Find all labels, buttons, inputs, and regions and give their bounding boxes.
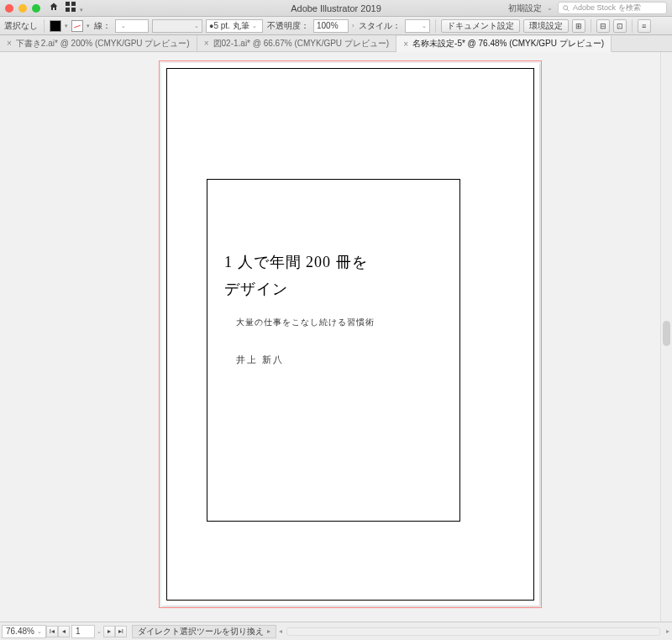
opacity-input[interactable]: 100% bbox=[313, 19, 349, 33]
transform-y-icon[interactable]: ⊡ bbox=[613, 19, 627, 33]
arrange-documents-icon[interactable]: ▾ bbox=[66, 2, 83, 14]
tab-label: 名称未設定-5* @ 76.48% (CMYK/GPU プレビュー) bbox=[412, 38, 604, 50]
preferences-button[interactable]: 環境設定 bbox=[523, 19, 569, 33]
tab-label: 図02-1.ai* @ 66.67% (CMYK/GPU プレビュー) bbox=[213, 38, 390, 50]
brush-definition[interactable]: ● 5 pt. 丸筆⌄ bbox=[206, 19, 263, 33]
stock-search-input[interactable]: Adobe Stock を検索 bbox=[558, 2, 667, 14]
artwork-author[interactable]: 井上 新八 bbox=[236, 354, 443, 366]
prev-artboard-button[interactable]: ◂ bbox=[58, 626, 70, 637]
workspace-label[interactable]: 初期設定 bbox=[508, 3, 542, 14]
separator bbox=[435, 19, 436, 33]
close-tab-icon[interactable]: × bbox=[403, 39, 408, 49]
zoom-level[interactable]: 76.48%⌄ bbox=[2, 625, 46, 638]
artboard-number[interactable]: 1 bbox=[71, 625, 95, 638]
scrollbar-thumb[interactable] bbox=[663, 321, 670, 346]
separator bbox=[632, 19, 633, 33]
status-bar: 76.48%⌄ I◂ ◂ 1 ⌄ ▸ ▸I ダイレクト選択ツールを切り換え▸ ◂… bbox=[0, 622, 672, 640]
opacity-label: 不透明度： bbox=[266, 19, 310, 33]
artwork-subtitle[interactable]: 大量の仕事をこなし続ける習慣術 bbox=[236, 317, 443, 328]
document-setup-button[interactable]: ドキュメント設定 bbox=[441, 19, 520, 33]
scroll-left-icon[interactable]: ◂ bbox=[276, 627, 285, 635]
horizontal-scrollbar[interactable] bbox=[286, 627, 660, 636]
svg-rect-3 bbox=[71, 8, 76, 12]
close-tab-icon[interactable]: × bbox=[204, 39, 209, 48]
artwork-title-line1[interactable]: 1 人で年間 200 冊を bbox=[224, 249, 443, 275]
svg-line-5 bbox=[567, 9, 569, 11]
artwork-title-line2[interactable]: デザイン bbox=[224, 275, 443, 302]
stroke-label: 線： bbox=[93, 19, 112, 33]
stroke-swatch[interactable] bbox=[71, 20, 83, 32]
separator bbox=[44, 19, 45, 33]
close-tab-icon[interactable]: × bbox=[7, 39, 12, 48]
variable-width-profile[interactable]: ⌄ bbox=[152, 19, 202, 33]
window-controls bbox=[5, 4, 40, 13]
vertical-scrollbar[interactable] bbox=[660, 52, 672, 622]
maximize-window-button[interactable] bbox=[32, 4, 40, 13]
scroll-right-icon[interactable]: ▸ bbox=[664, 627, 672, 635]
svg-rect-2 bbox=[66, 8, 70, 12]
graphic-style[interactable]: ⌄ bbox=[405, 19, 430, 33]
separator bbox=[591, 19, 591, 33]
svg-point-4 bbox=[564, 5, 568, 9]
close-window-button[interactable] bbox=[5, 4, 13, 13]
chevron-down-icon[interactable]: ⌄ bbox=[547, 4, 553, 12]
more-options-icon[interactable]: ≡ bbox=[638, 19, 651, 33]
align-panel-icon[interactable]: ⊞ bbox=[572, 19, 585, 33]
svg-rect-0 bbox=[66, 2, 70, 6]
document-tab[interactable]: × 名称未設定-5* @ 76.48% (CMYK/GPU プレビュー) bbox=[396, 36, 612, 52]
search-icon bbox=[562, 4, 570, 13]
document-tab[interactable]: × 図02-1.ai* @ 66.67% (CMYK/GPU プレビュー) bbox=[197, 35, 397, 51]
document-tabs: × 下書き2.ai* @ 200% (CMYK/GPU プレビュー) × 図02… bbox=[0, 35, 672, 52]
tool-hint: ダイレクト選択ツールを切り換え▸ bbox=[132, 625, 276, 638]
next-artboard-button[interactable]: ▸ bbox=[103, 626, 115, 637]
minimize-window-button[interactable] bbox=[18, 4, 27, 13]
tab-label: 下書き2.ai* @ 200% (CMYK/GPU プレビュー) bbox=[16, 38, 190, 50]
titlebar: ▾ Adobe Illustrator 2019 初期設定 ⌄ Adobe St… bbox=[0, 0, 672, 17]
svg-rect-1 bbox=[71, 2, 76, 6]
stroke-weight-input[interactable]: ⌄ bbox=[115, 19, 149, 33]
artboard[interactable]: 1 人で年間 200 冊を デザイン 大量の仕事をこなし続ける習慣術 井上 新八 bbox=[161, 63, 539, 606]
control-bar: 選択なし ▾ ▾ 線： ⌄ ⌄ ● 5 pt. 丸筆⌄ 不透明度： 100% ›… bbox=[0, 17, 672, 35]
transform-x-icon[interactable]: ⊟ bbox=[596, 19, 610, 33]
canvas-area[interactable]: 1 人で年間 200 冊を デザイン 大量の仕事をこなし続ける習慣術 井上 新八 bbox=[0, 52, 672, 622]
search-placeholder: Adobe Stock を検索 bbox=[573, 3, 641, 13]
first-artboard-button[interactable]: I◂ bbox=[46, 626, 58, 637]
selection-indicator: 選択なし bbox=[3, 19, 39, 33]
document-tab[interactable]: × 下書き2.ai* @ 200% (CMYK/GPU プレビュー) bbox=[0, 35, 197, 51]
home-icon[interactable] bbox=[49, 2, 59, 14]
style-label: スタイル： bbox=[358, 19, 402, 33]
last-artboard-button[interactable]: ▸I bbox=[115, 626, 127, 637]
fill-swatch[interactable] bbox=[50, 20, 61, 32]
inner-rectangle[interactable]: 1 人で年間 200 冊を デザイン 大量の仕事をこなし続ける習慣術 井上 新八 bbox=[207, 179, 460, 522]
